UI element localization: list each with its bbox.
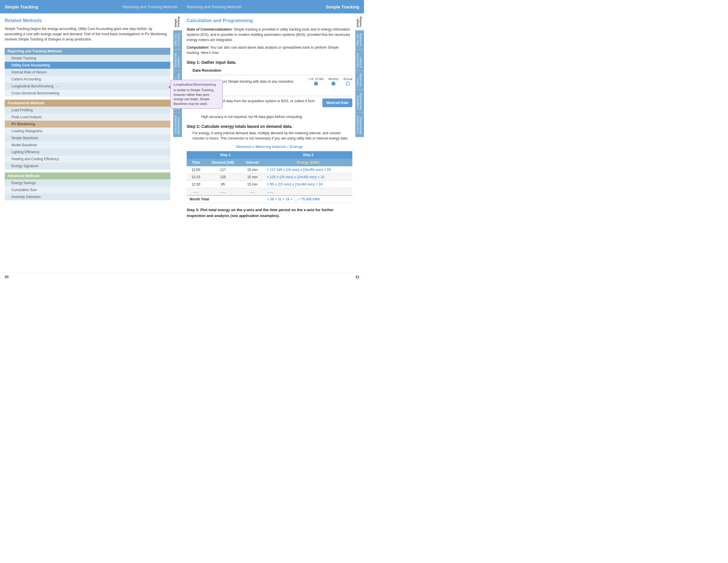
commercialization-label: State of Commercialization: — [187, 27, 233, 31]
cell-time-dots: ...... — [187, 188, 205, 196]
option-annual[interactable]: Annual — [343, 77, 352, 86]
radio-1hr-filled[interactable] — [314, 82, 318, 86]
right-side-tab-internal-rate[interactable]: Internal Rateof Return — [355, 50, 364, 71]
col-header-interval: Interval — [241, 159, 264, 166]
table-row: 12:00 117 15 min = 117 kW x (15 min) x (… — [187, 166, 352, 174]
cell-demand-117: 117 — [205, 166, 241, 174]
step1-heading: Step 1: Gather input data. — [187, 60, 352, 65]
menu-item-heating-cooling[interactable]: Heating and Cooling Efficiency — [5, 156, 170, 163]
right-side-tab-longitudinal[interactable]: LongitudinalBenchmarking — [355, 90, 364, 113]
cell-month-total-label: Month Total — [187, 195, 264, 203]
option-annual-label: Annual — [343, 77, 352, 81]
energy-table: Step 1 Step 2 Time Demand (kW) Interval … — [187, 151, 352, 203]
step2-body: For energy, if using interval demand dat… — [187, 130, 352, 141]
table-row-total: Month Total = 29 + 31 + 24 + … = 75,400 … — [187, 195, 352, 203]
cell-energy-1200: = 117 kW x (15 min) x (1hr/60 min) = 29 — [264, 166, 352, 174]
col-header-time: Time — [187, 159, 205, 166]
cell-interval-15min-1: 15 min — [241, 166, 264, 174]
side-tab-utility-cost[interactable]: Utility CostAccounting — [173, 30, 182, 50]
menu-item-simple-tracking[interactable]: Simple Tracking — [5, 55, 170, 62]
left-header: Simple Tracking Reporting and Tracking M… — [0, 0, 182, 13]
menu-item-pv-monitoring[interactable]: PV Monitoring — [5, 121, 170, 128]
menu-item-cross-sectional[interactable]: Cross-Sectional Benchmarking — [5, 90, 170, 97]
right-side-tab-simple-tracking[interactable]: SimpleTracking — [355, 13, 364, 30]
metered-data-button[interactable]: Metered Data — [322, 98, 352, 107]
menu-item-utility-cost[interactable]: Utility Cost Accounting — [5, 62, 170, 69]
cell-interval-dots: ...... — [241, 188, 264, 196]
option-1hr-15min[interactable]: 1 Hr, 15 Min — [308, 77, 324, 86]
reporting-section-header: Reporting and Tracking Methods — [5, 48, 170, 55]
left-content: Related Methods Simple Tracking begins t… — [0, 13, 182, 272]
menu-item-load-profiling[interactable]: Load Profiling — [5, 107, 170, 114]
left-header-title: Simple Tracking — [5, 4, 38, 9]
right-side-tabs: SimpleTracking Utility CostAccounting In… — [355, 13, 364, 137]
right-side-tab-carbon[interactable]: CarbonAccounting — [355, 70, 364, 90]
reporting-methods-section: Reporting and Tracking Methods Simple Tr… — [5, 48, 170, 97]
right-header: Reporting and Tracking Methods Simple Tr… — [182, 0, 364, 13]
right-side-tab-cross-sectional[interactable]: Cross-SectionalBenchmarking — [355, 112, 364, 137]
right-page-number: 21 — [182, 272, 364, 281]
paragraph-computation: Computation: You can also use stand-alon… — [187, 45, 352, 55]
related-methods-text: Simple Tracking begins the energy accoun… — [5, 26, 170, 42]
cell-demand-95: 95 — [205, 181, 241, 188]
resolution-options: 1 Hr, 15 Min Monthly Annual — [308, 77, 352, 86]
menu-item-model-baselines[interactable]: Model Baselines — [5, 142, 170, 149]
calc-title: Calculation and Programming — [187, 18, 352, 23]
menu-item-simple-baselines[interactable]: Simple Baselines — [5, 135, 170, 142]
table-row: 12:30 95 15 min = 95 x (15 min) x (1hr/6… — [187, 181, 352, 188]
col-header-demand: Demand (kW) — [205, 159, 241, 166]
advanced-methods-section: Advanced Methods Energy Savings Cumulati… — [5, 172, 170, 200]
cell-demand-125: 125 — [205, 174, 241, 181]
cell-energy-1215: = 125 x (15 min) x (1hr/60 min) = 31 — [264, 174, 352, 181]
menu-item-peak-load[interactable]: Peak Load Analysis — [5, 114, 170, 121]
step2-heading: Step 2: Calculate energy totals based on… — [187, 124, 352, 129]
cell-month-total-energy: = 29 + 31 + 24 + … = 75,400 kWh — [264, 195, 352, 203]
longitudinal-dash: — — [56, 84, 59, 88]
cell-demand-dots: ....... — [205, 188, 241, 196]
longitudinal-label: Longitudinal Benchmarking — [11, 84, 54, 88]
option-monthly-label: Monthly — [328, 77, 339, 81]
side-tab-simple-tracking[interactable]: SimpleTracking — [173, 13, 182, 30]
computation-text: You can also use stand-alone data analys… — [187, 45, 339, 55]
data-resolution-heading: Data Resolution — [192, 68, 352, 73]
computation-label: Computation: — [187, 45, 209, 50]
menu-item-internal-rate[interactable]: Internal Rate of Return — [5, 69, 170, 76]
right-header-title: Simple Tracking — [326, 4, 359, 9]
menu-item-energy-signature[interactable]: Energy Signature — [5, 163, 170, 170]
col-header-energy: Energy (kWh) — [264, 159, 352, 166]
tooltip-body: is similar to Simple Tracking, however r… — [174, 88, 220, 106]
menu-item-energy-savings[interactable]: Energy Savings — [5, 179, 170, 186]
left-side-tabs: SimpleTracking Utility CostAccounting In… — [173, 13, 182, 137]
step3-text: Step 3: Plot total energy on the y-axis … — [187, 207, 352, 218]
left-page: Simple Tracking Reporting and Tracking M… — [0, 0, 182, 281]
cell-time-1215: 12:15 — [187, 174, 205, 181]
menu-item-anomaly-detection[interactable]: Anomaly Detection — [5, 193, 170, 200]
side-tab-cross-sectional[interactable]: Cross-SectionalBenchmarking — [173, 112, 182, 137]
fundamental-methods-section: Fundamental Methods Load Profiling Peak … — [5, 100, 170, 170]
cell-time-1230: 12:30 — [187, 181, 205, 188]
radio-monthly-filled[interactable] — [331, 82, 335, 86]
right-content: Calculation and Programming State of Com… — [182, 13, 364, 272]
right-header-subtitle: Reporting and Tracking Methods — [187, 5, 241, 9]
radio-annual-empty[interactable] — [346, 82, 350, 86]
tooltip-title: Longitudinal Benchmarking — [174, 82, 220, 87]
menu-item-longitudinal[interactable]: Longitudinal Benchmarking — Longitudinal… — [5, 83, 170, 90]
table-row: ...... ....... ...... ....... — [187, 188, 352, 196]
data-inputs-row: Export metered data from the acquisition… — [201, 98, 352, 119]
menu-item-loading-histograms[interactable]: Loading Histograms — [5, 128, 170, 135]
cell-interval-15min-3: 15 min — [241, 181, 264, 188]
option-1hr-15min-label: 1 Hr, 15 Min — [308, 77, 324, 81]
cell-energy-1230: = 95 x (15 min) x (1hr/60 min) = 24 — [264, 181, 352, 188]
data-resolution-row: You can conduct Simple tracking with dat… — [201, 77, 352, 86]
fundamental-section-header: Fundamental Methods — [5, 100, 170, 107]
side-tab-internal-rate[interactable]: Internal Rateof Return — [173, 50, 182, 71]
cell-time-1200: 12:00 — [187, 166, 205, 174]
left-page-number: 20 — [0, 272, 182, 281]
option-monthly[interactable]: Monthly — [328, 77, 339, 86]
right-side-tab-utility-cost[interactable]: Utility CostAccounting — [355, 30, 364, 50]
menu-item-lighting-efficiency[interactable]: Lighting Efficiency — [5, 149, 170, 156]
tooltip-box: Longitudinal Benchmarking is similar to … — [170, 80, 223, 109]
menu-item-cumulative-sum[interactable]: Cumulative Sum — [5, 186, 170, 193]
menu-item-carbon[interactable]: Carbon Accounting — [5, 76, 170, 83]
table-header-step1: Step 1 — [187, 151, 264, 159]
